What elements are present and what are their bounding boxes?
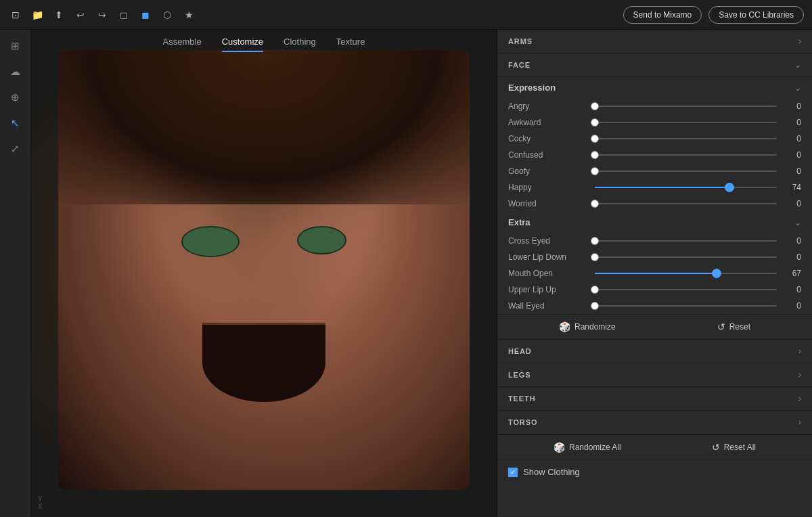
reset-all-icon: ↺ bbox=[712, 442, 720, 453]
lower-lip-value: 0 bbox=[782, 252, 801, 262]
face-mouth bbox=[202, 323, 325, 402]
viewport-tabs: Assemble Customize Clothing Texture bbox=[31, 30, 497, 52]
awkward-label: Awkward bbox=[508, 118, 589, 127]
head-title: HEAD bbox=[508, 347, 532, 355]
reset-all-button[interactable]: ↺ Reset All bbox=[712, 442, 756, 453]
save-to-cc-button[interactable]: Save to CC Libraries bbox=[708, 6, 804, 24]
randomize-label: Randomize bbox=[574, 322, 616, 332]
save-icon[interactable]: ⬆ bbox=[51, 7, 66, 22]
slider-cross-eyed: Cross Eyed 0 bbox=[497, 233, 812, 249]
cocky-label: Cocky bbox=[508, 134, 589, 143]
star-icon[interactable]: ★ bbox=[181, 7, 196, 22]
wall-eyed-value: 0 bbox=[782, 301, 801, 311]
tool-grid[interactable]: ⊞ bbox=[5, 35, 26, 57]
reset-icon: ↺ bbox=[717, 321, 725, 332]
tab-customize[interactable]: Customize bbox=[222, 37, 263, 52]
slider-lower-lip: Lower Lip Down 0 bbox=[497, 249, 812, 265]
section-torso[interactable]: TORSO › bbox=[497, 411, 812, 434]
tab-clothing[interactable]: Clothing bbox=[284, 37, 316, 52]
teeth-chevron: › bbox=[798, 394, 801, 403]
angry-track[interactable] bbox=[595, 106, 777, 107]
bottom-action-row: 🎲 Randomize All ↺ Reset All bbox=[497, 434, 812, 459]
worried-track[interactable] bbox=[595, 203, 777, 204]
show-clothing-label: Show Clothing bbox=[523, 467, 580, 477]
lower-lip-track[interactable] bbox=[595, 256, 777, 258]
tool-cursor[interactable]: ↖ bbox=[5, 112, 26, 134]
tool-transform[interactable]: ⤢ bbox=[5, 138, 26, 160]
section-face[interactable]: FACE ⌄ bbox=[497, 53, 812, 77]
head-chevron: › bbox=[798, 346, 801, 356]
section-teeth[interactable]: TEETH › bbox=[497, 387, 812, 411]
awkward-value: 0 bbox=[782, 118, 801, 127]
tab-assemble[interactable]: Assemble bbox=[163, 37, 202, 52]
teeth-title: TEETH bbox=[508, 395, 535, 403]
cube-outline-icon[interactable]: ◻ bbox=[116, 7, 131, 22]
reset-button[interactable]: ↺ Reset bbox=[717, 321, 750, 332]
mouth-open-value: 67 bbox=[782, 269, 801, 278]
happy-track[interactable] bbox=[595, 187, 777, 188]
awkward-track[interactable] bbox=[595, 122, 777, 123]
reset-label: Reset bbox=[729, 322, 750, 332]
subsection-expression[interactable]: Expression ⌄ bbox=[497, 77, 812, 98]
randomize-all-button[interactable]: 🎲 Randomize All bbox=[554, 442, 621, 453]
redo-icon[interactable]: ↪ bbox=[95, 7, 110, 22]
slider-confused: Confused 0 bbox=[497, 147, 812, 163]
section-head[interactable]: HEAD › bbox=[497, 340, 812, 363]
show-clothing-checkbox[interactable]: ✓ bbox=[508, 468, 518, 477]
legs-title: LEGS bbox=[508, 371, 531, 379]
viewport: Assemble Customize Clothing Texture YX bbox=[31, 30, 497, 517]
cube-solid-icon[interactable]: ◼ bbox=[138, 7, 153, 22]
face-chevron: ⌄ bbox=[794, 60, 801, 70]
wall-eyed-track[interactable] bbox=[595, 305, 777, 307]
worried-value: 0 bbox=[782, 199, 801, 208]
mouth-open-track[interactable] bbox=[595, 273, 777, 274]
face-action-row: 🎲 Randomize ↺ Reset bbox=[497, 314, 812, 340]
tool-target[interactable]: ⊕ bbox=[5, 87, 26, 108]
section-legs[interactable]: LEGS › bbox=[497, 363, 812, 387]
toolbar-right: Send to Mixamo Save to CC Libraries bbox=[623, 6, 804, 24]
right-panel: ARMS › FACE ⌄ Expression ⌄ Angry 0 Awkwa… bbox=[497, 30, 812, 517]
show-clothing-row: ✓ Show Clothing bbox=[497, 459, 812, 484]
cube-shaded-icon[interactable]: ⬡ bbox=[160, 7, 175, 22]
angry-label: Angry bbox=[508, 102, 589, 111]
undo-icon[interactable]: ↩ bbox=[73, 7, 88, 22]
section-arms[interactable]: ARMS › bbox=[497, 30, 812, 53]
subsection-extra[interactable]: Extra ⌄ bbox=[497, 212, 812, 233]
happy-label: Happy bbox=[508, 183, 589, 192]
slider-cocky: Cocky 0 bbox=[497, 131, 812, 147]
mouth-open-label: Mouth Open bbox=[508, 269, 589, 278]
goofy-label: Goofy bbox=[508, 166, 589, 176]
confused-track[interactable] bbox=[595, 154, 777, 156]
left-sidebar: ⊞ ☁ ⊕ ↖ ⤢ bbox=[0, 30, 31, 517]
cross-eyed-track[interactable] bbox=[595, 240, 777, 242]
goofy-value: 0 bbox=[782, 166, 801, 176]
confused-label: Confused bbox=[508, 150, 589, 160]
cocky-track[interactable] bbox=[595, 138, 777, 139]
new-icon[interactable]: ⊡ bbox=[8, 7, 23, 22]
slider-goofy: Goofy 0 bbox=[497, 163, 812, 179]
upper-lip-track[interactable] bbox=[595, 289, 777, 290]
slider-worried: Worried 0 bbox=[497, 196, 812, 212]
cocky-value: 0 bbox=[782, 134, 801, 143]
arms-chevron: › bbox=[798, 37, 801, 46]
slider-mouth-open: Mouth Open 67 bbox=[497, 265, 812, 282]
open-icon[interactable]: 📁 bbox=[30, 7, 45, 22]
lower-lip-label: Lower Lip Down bbox=[508, 252, 589, 262]
randomize-all-label: Randomize All bbox=[569, 443, 621, 452]
goofy-track[interactable] bbox=[595, 171, 777, 172]
toolbar: ⊡ 📁 ⬆ ↩ ↪ ◻ ◼ ⬡ ★ Send to Mixamo Save to… bbox=[0, 0, 812, 30]
worried-label: Worried bbox=[508, 199, 589, 208]
randomize-all-icon: 🎲 bbox=[554, 442, 565, 453]
wall-eyed-label: Wall Eyed bbox=[508, 301, 589, 311]
legs-chevron: › bbox=[798, 370, 801, 380]
confused-value: 0 bbox=[782, 150, 801, 160]
randomize-button[interactable]: 🎲 Randomize bbox=[559, 321, 616, 332]
tool-layers[interactable]: ☁ bbox=[5, 61, 26, 83]
extra-chevron: ⌄ bbox=[794, 218, 801, 227]
main-area: ⊞ ☁ ⊕ ↖ ⤢ Assemble Customize Clothing Te… bbox=[0, 30, 812, 517]
tab-texture[interactable]: Texture bbox=[336, 37, 365, 52]
angry-value: 0 bbox=[782, 102, 801, 111]
randomize-icon: 🎲 bbox=[559, 321, 570, 332]
send-to-mixamo-button[interactable]: Send to Mixamo bbox=[623, 6, 702, 24]
face-eye-left bbox=[181, 226, 239, 257]
